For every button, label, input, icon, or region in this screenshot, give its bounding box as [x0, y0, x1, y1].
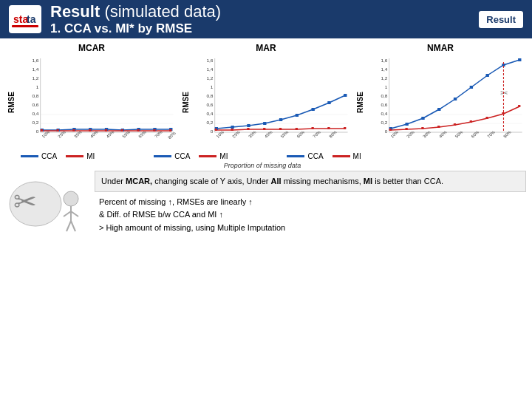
- svg-rect-103: [454, 98, 457, 100]
- nmar-cca-legend: CCA: [287, 152, 323, 160]
- svg-rect-61: [247, 124, 250, 127]
- svg-text:ta: ta: [27, 13, 36, 25]
- svg-text:✂: ✂: [500, 88, 508, 98]
- svg-text:0: 0: [211, 129, 214, 134]
- svg-rect-72: [279, 128, 282, 130]
- svg-text:0,8: 0,8: [32, 93, 39, 98]
- scissors-decoration: ✂: [6, 171, 95, 237]
- svg-text:1,4: 1,4: [206, 66, 214, 72]
- mcar-cca-legend: CCA: [21, 152, 57, 160]
- nmar-chart: NMAR RMSE 1,6 1,4 1,2 1 0,8 0,6 0,4 0,2 …: [355, 43, 526, 151]
- svg-rect-71: [263, 128, 265, 130]
- svg-text:1,2: 1,2: [381, 75, 388, 81]
- svg-text:1: 1: [211, 84, 214, 89]
- svg-text:1,6: 1,6: [381, 58, 388, 63]
- mcar-cca-label: CCA: [41, 152, 57, 160]
- mar-legend: CCA MI: [154, 152, 228, 160]
- nmar-chart-inner: 1,6 1,4 1,2 1 0,8 0,6 0,4 0,2 0: [365, 55, 526, 151]
- main-text-content: changing scale of Y axis, Under All miss…: [154, 177, 443, 185]
- svg-rect-74: [312, 127, 314, 129]
- svg-text:45%: 45%: [264, 130, 273, 139]
- svg-rect-60: [231, 126, 234, 129]
- svg-rect-3: [12, 25, 38, 27]
- svg-rect-35: [169, 129, 171, 132]
- svg-rect-105: [486, 74, 489, 77]
- svg-rect-33: [137, 129, 140, 132]
- svg-rect-70: [247, 128, 249, 130]
- svg-text:30%: 30%: [422, 130, 432, 139]
- svg-rect-75: [327, 127, 330, 129]
- svg-text:70%: 70%: [312, 130, 321, 139]
- mcar-title: MCAR: [78, 43, 105, 53]
- svg-text:0,6: 0,6: [206, 102, 214, 107]
- svg-text:10%: 10%: [389, 130, 399, 139]
- scissors-svg: ✂: [6, 171, 95, 237]
- mar-y-label: RMSE: [180, 55, 191, 151]
- svg-rect-28: [57, 129, 59, 132]
- mar-cca-label: CCA: [174, 152, 190, 160]
- svg-text:80%: 80%: [502, 130, 512, 139]
- svg-text:70%: 70%: [486, 130, 496, 139]
- svg-rect-101: [421, 117, 424, 120]
- mcar-svg: 1,6 1,4 1,2 1 0,8 0,6 0,4 0,2 0: [16, 55, 177, 143]
- nmar-y-label: RMSE: [355, 55, 365, 151]
- nmar-mi-line: [332, 155, 350, 157]
- svg-text:0: 0: [385, 129, 388, 134]
- nmar-mi-legend: MI: [332, 152, 361, 160]
- bullet-points: Percent of missing ↑, RMSEs are linearly…: [95, 194, 526, 236]
- svg-text:1,4: 1,4: [32, 66, 39, 72]
- svg-rect-63: [279, 118, 282, 121]
- proportion-label: Proportion of missing data: [0, 162, 532, 169]
- mcar-legend: CCA MI: [21, 152, 95, 160]
- svg-rect-104: [470, 86, 473, 89]
- svg-rect-108: [389, 129, 392, 131]
- subtitle: 1. CCA vs. MI* by RMSE: [50, 21, 479, 36]
- svg-text:0,2: 0,2: [32, 120, 39, 125]
- mar-chart: MAR RMSE 1,6 1,4 1,2 1 0,8 0,6 0,4 0,2 0: [180, 43, 352, 151]
- svg-text:1: 1: [36, 84, 39, 89]
- svg-text:0,4: 0,4: [206, 111, 214, 116]
- mcar-mi-legend: MI: [66, 152, 95, 160]
- svg-rect-100: [406, 123, 409, 126]
- svg-text:0,2: 0,2: [206, 120, 214, 125]
- text-content: Under MCAR, changing scale of Y axis, Un…: [95, 171, 526, 236]
- svg-text:40%: 40%: [438, 130, 448, 139]
- svg-text:0,8: 0,8: [381, 93, 388, 98]
- nmar-mi-label: MI: [353, 152, 361, 160]
- svg-text:20%: 20%: [406, 130, 415, 139]
- svg-rect-111: [437, 126, 440, 128]
- nmar-cca-line: [287, 155, 304, 157]
- svg-text:0: 0: [36, 129, 39, 134]
- mar-mi-line: [199, 155, 216, 157]
- mar-cca-line: [154, 155, 171, 157]
- svg-rect-76: [344, 127, 346, 129]
- mi-line-indicator: [66, 155, 83, 157]
- nmar-cca-label: CCA: [307, 152, 323, 160]
- main-text-block: Under MCAR, changing scale of Y axis, Un…: [95, 171, 526, 192]
- legend-row: CCA MI CCA MI CCA MI: [0, 151, 532, 162]
- svg-rect-68: [215, 129, 217, 131]
- svg-rect-64: [296, 114, 299, 117]
- mar-mi-legend: MI: [199, 152, 228, 160]
- svg-line-131: [64, 211, 71, 216]
- svg-rect-32: [121, 129, 123, 132]
- header: sta ta Result (simulated data) 1. CCA vs…: [0, 0, 532, 38]
- mcar-chart-inner: 1,6 1,4 1,2 1 0,8 0,6 0,4 0,2 0: [16, 55, 177, 151]
- svg-text:1,4: 1,4: [381, 66, 388, 72]
- nmar-legend: CCA MI: [287, 152, 361, 160]
- svg-text:60%: 60%: [296, 130, 305, 139]
- mcar-y-label: RMSE: [6, 55, 16, 151]
- mar-title: MAR: [256, 43, 276, 53]
- svg-text:55%: 55%: [280, 130, 290, 139]
- mar-mi-label: MI: [219, 152, 228, 160]
- mcar-chart: MCAR RMSE 1,6 1,4 1,2 1 0,8 0,6 0,4 0,: [6, 43, 177, 151]
- svg-rect-116: [518, 105, 520, 107]
- svg-rect-30: [89, 129, 91, 132]
- bullet-3: > High amount of missing, using Multiple…: [99, 222, 522, 235]
- mar-cca-legend: CCA: [154, 152, 190, 160]
- svg-rect-62: [263, 122, 266, 125]
- svg-text:1,6: 1,6: [206, 58, 214, 63]
- svg-text:0,6: 0,6: [381, 102, 388, 107]
- svg-text:60%: 60%: [470, 130, 480, 139]
- mar-svg: 1,6 1,4 1,2 1 0,8 0,6 0,4 0,2 0: [191, 55, 352, 143]
